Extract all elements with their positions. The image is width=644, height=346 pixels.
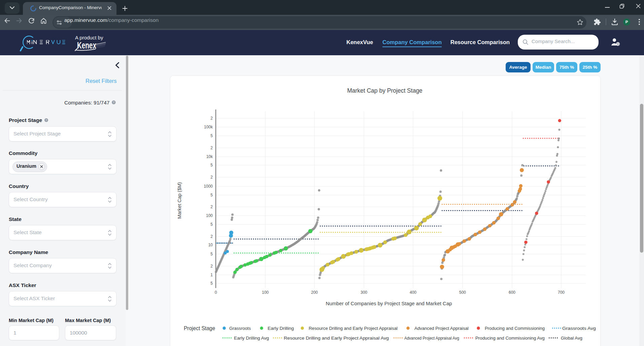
svg-text:Early Drilling Avg: Early Drilling Avg bbox=[234, 336, 269, 341]
svg-text:Advanced Project Appraisal Avg: Advanced Project Appraisal Avg bbox=[404, 336, 459, 341]
svg-text:10: 10 bbox=[208, 243, 213, 247]
svg-text:2: 2 bbox=[210, 175, 213, 180]
svg-text:5: 5 bbox=[210, 222, 213, 227]
svg-text:5: 5 bbox=[210, 281, 213, 286]
svg-text:2: 2 bbox=[210, 234, 213, 239]
svg-text:Resource Drilling and Early Pr: Resource Drilling and Early Project Appr… bbox=[284, 336, 389, 341]
svg-text:5: 5 bbox=[210, 133, 213, 138]
svg-text:300: 300 bbox=[361, 290, 367, 295]
svg-text:5: 5 bbox=[210, 193, 213, 197]
svg-text:400: 400 bbox=[410, 290, 416, 295]
svg-text:Market Cap by Project Stage: Market Cap by Project Stage bbox=[347, 87, 422, 94]
svg-text:500: 500 bbox=[459, 290, 466, 295]
svg-text:1000: 1000 bbox=[204, 184, 213, 189]
svg-text:10k: 10k bbox=[206, 154, 213, 159]
svg-text:0: 0 bbox=[215, 290, 217, 295]
svg-text:5: 5 bbox=[210, 163, 213, 167]
svg-text:2: 2 bbox=[210, 116, 213, 121]
svg-text:Producing and Commissioning: Producing and Commissioning bbox=[485, 326, 545, 331]
svg-text:100: 100 bbox=[206, 213, 213, 218]
svg-text:100k: 100k bbox=[204, 125, 213, 129]
svg-text:Global Avg: Global Avg bbox=[561, 336, 582, 341]
svg-text:100: 100 bbox=[262, 290, 269, 295]
svg-text:Number of Companies by Project: Number of Companies by Project Stage and… bbox=[326, 301, 452, 306]
svg-text:200: 200 bbox=[311, 290, 318, 295]
svg-text:5: 5 bbox=[210, 252, 213, 256]
svg-text:Producing and Commissioning Av: Producing and Commissioning Avg bbox=[475, 336, 545, 341]
svg-text:1: 1 bbox=[210, 273, 213, 277]
svg-text:2: 2 bbox=[210, 205, 213, 209]
svg-text:Market Cap ($M): Market Cap ($M) bbox=[177, 182, 182, 219]
svg-text:700: 700 bbox=[558, 290, 565, 295]
svg-text:Grassroots: Grassroots bbox=[229, 326, 251, 331]
svg-text:Early Drilling: Early Drilling bbox=[268, 326, 294, 331]
svg-text:Advanced Project Appraisal: Advanced Project Appraisal bbox=[414, 326, 469, 331]
svg-text:Resource Drilling and Early Pr: Resource Drilling and Early Project Appr… bbox=[309, 326, 398, 331]
svg-text:Grassroots Avg: Grassroots Avg bbox=[562, 326, 596, 331]
svg-text:2: 2 bbox=[210, 264, 213, 269]
svg-text:2: 2 bbox=[210, 146, 213, 150]
svg-text:600: 600 bbox=[509, 290, 515, 295]
svg-text:Project Stage: Project Stage bbox=[184, 325, 215, 332]
